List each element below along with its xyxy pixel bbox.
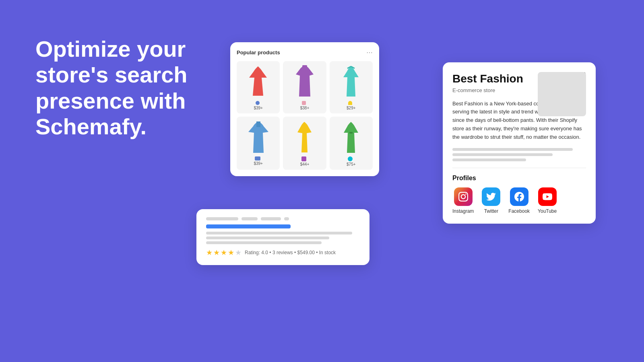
product-item[interactable]: $44+	[283, 117, 326, 170]
more-options-icon[interactable]: ⋯	[366, 49, 373, 56]
instagram-icon-bg	[454, 187, 473, 206]
desc-line-3	[206, 241, 322, 244]
products-grid: $39+ $38+	[237, 61, 373, 170]
svg-rect-4	[349, 132, 353, 134]
profile-twitter[interactable]: Twitter	[482, 187, 500, 214]
search-meta-text: Rating: 4.0 • 3 reviews • $549.00 • In s…	[245, 250, 336, 255]
desc-line-2	[206, 237, 329, 239]
youtube-icon-bg	[538, 187, 557, 206]
product-price: $75+	[347, 162, 356, 167]
facebook-label: Facebook	[508, 208, 530, 214]
product-item[interactable]: $75+	[330, 117, 373, 170]
svg-rect-0	[302, 65, 307, 73]
search-meta: ★ ★ ★ ★ ★ Rating: 4.0 • 3 reviews • $549…	[206, 248, 360, 257]
svg-rect-3	[256, 121, 260, 127]
product-price: $29+	[347, 106, 356, 110]
profiles-section: Profiles Instagram Twitter	[452, 175, 586, 214]
product-price: $38+	[300, 106, 310, 110]
profiles-title: Profiles	[452, 175, 586, 182]
placeholder-lines	[452, 148, 586, 161]
search-bar-mock	[206, 217, 360, 220]
search-result-title	[206, 224, 291, 228]
product-item[interactable]: $38+	[283, 61, 326, 113]
star-rating: ★ ★ ★ ★ ★	[206, 248, 242, 257]
search-result-card: ★ ★ ★ ★ ★ Rating: 4.0 • 3 reviews • $549…	[196, 209, 369, 265]
business-card: Best Fashion E-commerce store Best Fashi…	[443, 62, 596, 224]
hero-text: Optimize your store's search presence wi…	[35, 36, 217, 140]
profiles-list: Instagram Twitter Facebook	[452, 187, 586, 214]
product-price: $39+	[254, 106, 263, 110]
popular-products-card: Popular products ⋯ $39+	[230, 42, 379, 176]
product-item[interactable]: $39+	[237, 61, 280, 113]
product-item[interactable]: $39+	[237, 117, 280, 170]
profile-youtube[interactable]: YouTube	[538, 187, 557, 214]
business-name: Best Fashion	[452, 72, 523, 86]
product-item[interactable]: $29+	[330, 61, 373, 113]
profile-facebook[interactable]: Facebook	[508, 187, 530, 214]
twitter-label: Twitter	[484, 208, 498, 214]
profile-instagram[interactable]: Instagram	[452, 187, 474, 214]
facebook-icon-bg	[510, 187, 528, 206]
divider	[452, 168, 586, 168]
product-price: $39+	[254, 161, 263, 166]
popular-products-title: Popular products	[237, 49, 280, 56]
desc-line-1	[206, 232, 352, 234]
product-price: $44+	[300, 162, 310, 167]
instagram-label: Instagram	[452, 208, 474, 214]
business-image	[538, 72, 586, 116]
twitter-icon-bg	[482, 187, 500, 206]
youtube-label: YouTube	[538, 208, 557, 214]
